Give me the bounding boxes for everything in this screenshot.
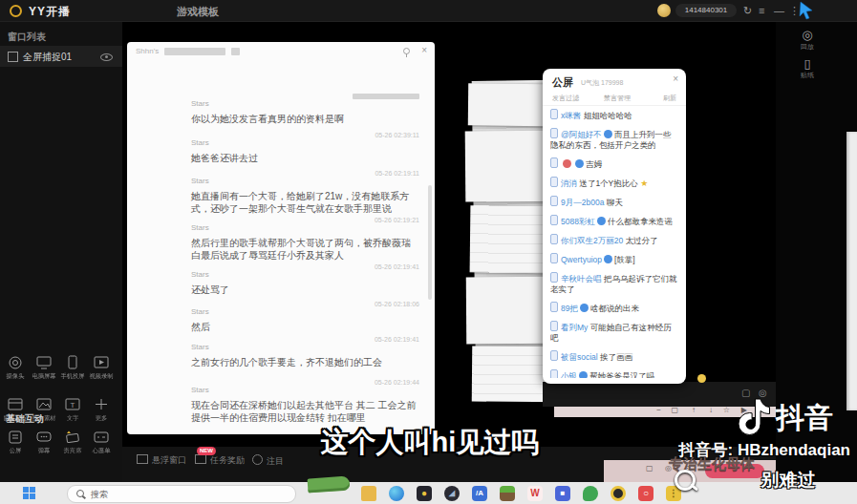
chat-message: Stars 你以为她没发言看真男的的资料是啊 [191, 93, 419, 125]
capture-icon [8, 52, 18, 62]
minimize-icon: − [656, 406, 661, 414]
chat-message: Stars 05-26 02:19:41 之前女行的几个歌手要走，齐不退她们的工… [191, 336, 419, 368]
tool-video[interactable]: 视频录制 [86, 355, 117, 381]
app-icon-blue[interactable]: ■ [555, 486, 570, 501]
app-icon-dark-circle[interactable]: ◢ [444, 486, 460, 501]
tool-more[interactable]: 更多 [86, 397, 117, 423]
monitor-icon [35, 355, 53, 370]
blue-emoji [579, 371, 588, 378]
tool-danmaku[interactable]: 弹幕 [29, 430, 59, 455]
chat-message: Stars 05-26 02:19:11 她直播间有一个大哥，给她刷了21w，没… [191, 170, 419, 215]
user-avatar[interactable] [657, 4, 671, 17]
folder-icon[interactable] [361, 486, 376, 501]
scrollbar[interactable] [428, 185, 432, 300]
tool-phone-mirror[interactable]: 手机投屏 [57, 355, 88, 381]
crown-screen-icon [63, 430, 82, 445]
public-message: 89把啥都说的出来 [550, 302, 678, 314]
level-badge-icon [550, 158, 558, 168]
app-icon-green-leaf[interactable] [583, 486, 598, 501]
chat-bubble-icon [35, 430, 53, 445]
blue-emoji [580, 304, 589, 312]
dino-sticker [308, 475, 351, 493]
level-badge-icon [550, 253, 558, 263]
public-message: 5088彩虹什么都敢拿来造谣 [550, 215, 678, 227]
public-message: 被留social 挨了画画 [550, 350, 678, 363]
level-badge-icon [550, 109, 558, 119]
public-screen-messages[interactable]: x咪酱 姐姐哈哈哈哈 @阿姐好不而且上升到一些隐私的东西，包括开户之类的 吉姆 … [550, 109, 678, 378]
redacted-title [164, 48, 225, 55]
list-panel-icon [7, 430, 24, 445]
message-dots-icon [93, 430, 110, 445]
rail-replay-button[interactable]: ◎ 回放 [791, 29, 824, 52]
tool-screen[interactable]: 电脑屏幕 [29, 355, 59, 381]
app-icon-blue-slash[interactable]: /A [472, 486, 487, 501]
tab-refresh[interactable]: 刷新 [663, 94, 676, 103]
star-icon: ☆ [723, 406, 730, 414]
tab-game-template[interactable]: 游戏模板 [177, 5, 219, 19]
douyin-account-id: 抖音号: HBzhendaqian [420, 439, 850, 461]
search-magnifier-glyph [675, 470, 696, 491]
tab-filter[interactable]: 发言过滤 [552, 94, 579, 103]
chat-history-window[interactable]: Shhn's × Stars 你以为她没发言看真男的的资料是啊 Stars 05… [127, 42, 435, 434]
titlebar: YY开播 游戏模板 1414840301 ↻ ≡ — ⋮ [0, 0, 857, 22]
rail-sticker-button[interactable]: ▯ 贴纸 [791, 57, 824, 80]
trophy-icon: ★ [640, 178, 648, 188]
tool-vip-seat[interactable]: 贵宾席 [57, 430, 88, 455]
window-icon: ▢ [671, 406, 678, 414]
redacted-timestamp [353, 94, 419, 99]
yy-logo-icon [10, 5, 22, 17]
level-badge-icon [550, 215, 558, 225]
window-icon [7, 397, 24, 412]
app-icon-red-w[interactable]: W [527, 486, 543, 501]
pin-icon[interactable] [403, 48, 410, 54]
blue-emoji [597, 217, 606, 225]
start-button[interactable] [23, 487, 35, 499]
douyin-brand-text: 抖音 [776, 399, 833, 438]
blue-emoji [604, 255, 612, 263]
app-icon-red-square[interactable]: ○ [638, 486, 653, 501]
mouse-cursor [799, 1, 816, 20]
tool-text[interactable]: T 文字 [57, 397, 88, 423]
public-message: 看到My 可能她自己有这种经历吧 [550, 321, 678, 344]
taskbar-search[interactable]: 搜索 [67, 485, 296, 503]
edge-browser-icon[interactable] [389, 486, 404, 501]
visibility-eye-icon[interactable] [100, 53, 113, 61]
app-icon-dark-square[interactable]: ● [417, 486, 432, 501]
tool-camera[interactable]: 摄像头 [0, 355, 31, 381]
level-badge-icon [550, 350, 558, 361]
blue-emoji [604, 130, 612, 138]
phone-icon [64, 355, 81, 370]
public-screen-tabs: 发言过滤 禁言管理 刷新 [543, 92, 686, 106]
app-icon-camera-yellow[interactable] [611, 486, 626, 501]
text-icon: T [64, 397, 81, 412]
window-list-header: 窗口列表 [8, 31, 46, 44]
clipped-window-edge [846, 132, 857, 410]
level-badge-icon [550, 234, 558, 244]
arrow-up-icon: ↑ [692, 406, 696, 414]
tab-mute-manage[interactable]: 禁言管理 [604, 94, 631, 103]
menu-icon[interactable]: ≡ [759, 3, 764, 18]
app-icon-minecraft[interactable] [500, 486, 515, 501]
capture-source-item[interactable]: 全屏捕捉01 [0, 46, 122, 67]
close-icon[interactable]: × [421, 45, 427, 55]
image-icon [35, 397, 53, 412]
user-id-badge[interactable]: 1414840301 [675, 4, 737, 17]
minimize-icon[interactable]: — [774, 3, 784, 18]
scroll-to-bottom-badge[interactable] [697, 374, 706, 383]
red-emoji [563, 159, 571, 168]
level-badge-icon [550, 272, 558, 283]
chat-message: Stars 05-26 02:39:11 她爸爸还讲去过 [191, 132, 419, 164]
refresh-icon[interactable]: ↻ [743, 3, 752, 18]
window-icon: ▢ [646, 464, 653, 472]
search-icon [76, 490, 84, 497]
tool-public-screen[interactable]: 公屏 [0, 430, 31, 455]
close-icon[interactable]: × [673, 74, 678, 84]
camera-icon [7, 355, 24, 370]
level-badge-icon [550, 177, 558, 187]
chat-message: Stars 05-26 02:19:44 现在合同还在深桥她们以起去其他平台 其… [191, 379, 419, 424]
basic-interaction-header: 基础互动 [6, 412, 44, 426]
tool-wishlist[interactable]: 心愿单 [86, 430, 117, 455]
public-message: Qwertyuiop[鼓掌] [550, 253, 678, 265]
public-screen-panel[interactable]: 公屏 U气泡 179998 × 发言过滤 禁言管理 刷新 x咪酱 姐姐哈哈哈哈 … [543, 69, 686, 384]
level-badge-icon [550, 321, 558, 331]
